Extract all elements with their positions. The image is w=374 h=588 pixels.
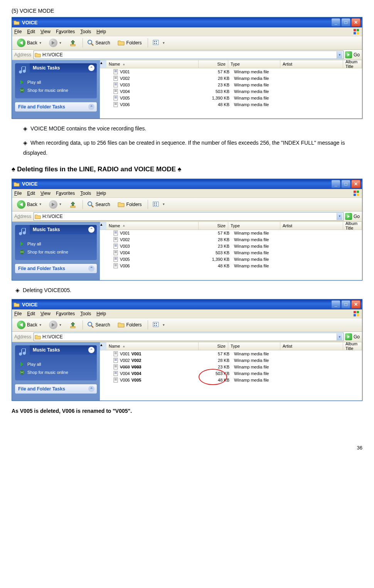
folders-button[interactable]: Folders — [115, 319, 145, 330]
menu-edit[interactable]: Edit — [27, 191, 35, 196]
shop-online-link[interactable]: Shop for music online — [19, 249, 93, 255]
col-name[interactable]: Name▲ — [106, 342, 199, 350]
address-field[interactable]: H:\VOICE ▼ — [34, 212, 344, 221]
menu-view[interactable]: View — [40, 311, 51, 316]
music-tasks-header[interactable]: Music Tasks⌃ — [30, 345, 97, 355]
back-button[interactable]: Back▼ — [14, 37, 45, 48]
file-tasks-header[interactable]: File and Folder Tasks⌃ — [15, 264, 97, 273]
forward-button[interactable]: ▼ — [46, 37, 65, 48]
play-all-link[interactable]: Play all — [19, 241, 93, 247]
views-button[interactable]: ▼ — [150, 37, 168, 48]
menu-favorites[interactable]: Favorites — [56, 311, 75, 316]
maximize-button[interactable]: □ — [341, 18, 350, 27]
col-album[interactable]: Album Title — [343, 342, 362, 350]
menu-tools[interactable]: Tools — [80, 311, 91, 316]
shop-online-link[interactable]: Shop for music online — [19, 369, 93, 375]
table-row[interactable]: V002 28 KB Winamp media file — [100, 237, 362, 243]
up-button[interactable] — [66, 319, 79, 330]
back-button[interactable]: Back▼ — [14, 319, 45, 330]
play-all-link[interactable]: Play all — [19, 79, 93, 85]
menu-help[interactable]: Help — [96, 29, 106, 34]
forward-button[interactable]: ▼ — [46, 199, 65, 210]
go-button[interactable]: Go — [345, 213, 360, 220]
table-row[interactable]: V006V005 48 KB Winamp media file — [100, 377, 362, 383]
table-row[interactable]: V004V004 503 KB Winamp media file — [100, 370, 362, 377]
menu-favorites[interactable]: Favorites — [56, 191, 75, 196]
folders-button[interactable]: Folders — [115, 37, 145, 48]
forward-button[interactable]: ▼ — [46, 319, 65, 330]
table-row[interactable]: V003V003 23 KB Winamp media file — [100, 363, 362, 370]
address-dropdown-icon[interactable]: ▼ — [337, 51, 342, 58]
address-dropdown-icon[interactable]: ▼ — [337, 333, 342, 340]
menu-help[interactable]: Help — [96, 311, 106, 316]
col-size[interactable]: Size — [199, 60, 228, 68]
table-row[interactable]: V005 1,390 KB Winamp media file — [100, 95, 362, 101]
menu-tools[interactable]: Tools — [80, 29, 91, 34]
col-type[interactable]: Type — [228, 222, 280, 230]
up-button[interactable] — [66, 37, 79, 48]
minimize-button[interactable]: _ — [331, 18, 340, 27]
col-name[interactable]: Name▲ — [106, 222, 199, 230]
collapse-icon[interactable]: ⌃ — [88, 347, 94, 353]
titlebar[interactable]: VOICE _ □ ✕ — [12, 179, 362, 189]
collapse-icon[interactable]: ⌃ — [88, 104, 94, 110]
scroll-up-button[interactable]: ▴ — [100, 60, 106, 68]
close-button[interactable]: ✕ — [351, 18, 361, 27]
table-row[interactable]: V002 28 KB Winamp media file — [100, 75, 362, 81]
scroll-up-button[interactable]: ▴ — [100, 342, 106, 350]
menu-edit[interactable]: Edit — [27, 29, 35, 34]
shop-online-link[interactable]: Shop for music online — [19, 87, 93, 93]
table-row[interactable]: V006 48 KB Winamp media file — [100, 263, 362, 269]
titlebar[interactable]: VOICE _ □ ✕ — [12, 17, 362, 27]
file-tasks-header[interactable]: File and Folder Tasks⌃ — [15, 384, 97, 394]
table-row[interactable]: V001V001 57 KB Winamp media file — [100, 350, 362, 357]
views-button[interactable]: ▼ — [150, 199, 168, 210]
menu-tools[interactable]: Tools — [80, 191, 91, 196]
table-row[interactable]: V001 57 KB Winamp media file — [100, 68, 362, 75]
collapse-icon[interactable]: ⌃ — [88, 226, 94, 233]
titlebar[interactable]: VOICE _ □ ✕ — [12, 299, 362, 309]
col-size[interactable]: Size — [199, 342, 228, 350]
menu-edit[interactable]: Edit — [27, 311, 35, 316]
menu-view[interactable]: View — [40, 191, 51, 196]
menu-file[interactable]: File — [14, 29, 22, 34]
col-type[interactable]: Type — [228, 60, 280, 68]
menu-help[interactable]: Help — [96, 191, 106, 196]
go-button[interactable]: Go — [345, 51, 360, 58]
play-all-link[interactable]: Play all — [19, 361, 93, 367]
close-button[interactable]: ✕ — [351, 180, 361, 188]
back-button[interactable]: Back▼ — [14, 199, 45, 210]
collapse-icon[interactable]: ⌃ — [88, 265, 94, 272]
search-button[interactable]: Search — [84, 319, 113, 330]
up-button[interactable] — [66, 199, 79, 210]
address-field[interactable]: H:\VOICE ▼ — [34, 51, 344, 59]
table-row[interactable]: V002V002 28 KB Winamp media file — [100, 357, 362, 363]
search-button[interactable]: Search — [84, 199, 113, 210]
menu-file[interactable]: File — [14, 311, 22, 316]
col-album[interactable]: Album Title — [343, 222, 362, 230]
col-name[interactable]: Name▲ — [106, 60, 199, 68]
music-tasks-header[interactable]: Music Tasks⌃ — [30, 63, 97, 73]
views-button[interactable]: ▼ — [150, 319, 168, 330]
address-field[interactable]: H:\VOICE ▼ — [34, 333, 344, 341]
file-tasks-header[interactable]: File and Folder Tasks⌃ — [15, 102, 97, 112]
col-size[interactable]: Size — [199, 222, 228, 230]
table-row[interactable]: V003 23 KB Winamp media file — [100, 81, 362, 88]
menu-favorites[interactable]: Favorites — [56, 29, 75, 34]
maximize-button[interactable]: □ — [341, 180, 350, 188]
minimize-button[interactable]: _ — [331, 300, 340, 309]
table-row[interactable]: V004 503 KB Winamp media file — [100, 88, 362, 95]
menu-file[interactable]: File — [14, 191, 22, 196]
table-row[interactable]: V003 23 KB Winamp media file — [100, 243, 362, 250]
go-button[interactable]: Go — [345, 333, 360, 340]
table-row[interactable]: V005 1,390 KB Winamp media file — [100, 256, 362, 263]
col-artist[interactable]: Artist — [280, 342, 343, 350]
table-row[interactable]: V006 48 KB Winamp media file — [100, 101, 362, 108]
table-row[interactable]: V004 503 KB Winamp media file — [100, 250, 362, 256]
col-artist[interactable]: Artist — [280, 222, 343, 230]
col-album[interactable]: Album Title — [343, 60, 362, 68]
search-button[interactable]: Search — [84, 37, 113, 48]
address-dropdown-icon[interactable]: ▼ — [337, 213, 342, 220]
music-tasks-header[interactable]: Music Tasks⌃ — [30, 225, 97, 234]
folders-button[interactable]: Folders — [115, 199, 145, 210]
